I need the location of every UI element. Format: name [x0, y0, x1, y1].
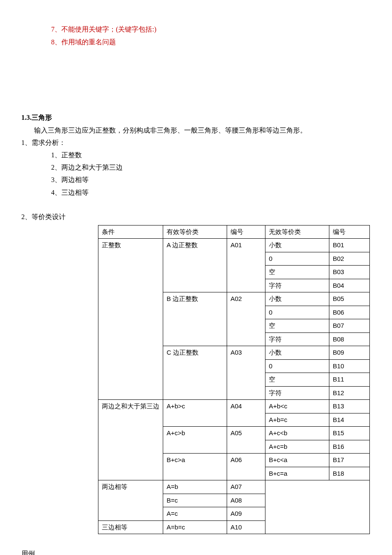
th: 编号 [329, 225, 370, 239]
req-list: 1、正整数 2、两边之和大于第三边 3、两边相等 4、三边相等 [21, 149, 371, 198]
table-row: 条件 有效等价类 编号 无效等价类 编号 [98, 225, 370, 239]
eq-title: 2、等价类设计 [21, 211, 371, 223]
th: 无效等价类 [265, 225, 329, 239]
req-item: 4、三边相等 [51, 187, 371, 198]
section-title: 1.3.三角形 [21, 112, 371, 123]
th: 有效等价类 [163, 225, 227, 239]
th: 条件 [98, 225, 163, 239]
eq-table-wrap: 条件 有效等价类 编号 无效等价类 编号 正整数 A 边正整数 A01 小数 B… [21, 225, 371, 535]
table-row: 正整数 A 边正整数 A01 小数 B01 [98, 239, 370, 252]
req-item: 3、两边相等 [51, 174, 371, 185]
th: 编号 [227, 225, 265, 239]
section-intro: 输入三角形三边应为正整数，分别构成非三角形、一般三角形、等腰三角形和等边三角形。 [21, 124, 371, 136]
req-title: 1、需求分析： [21, 137, 371, 148]
note-item-8: 8、作用域的重名问题 [51, 36, 371, 48]
req-item: 1、正整数 [51, 149, 371, 161]
req-item: 2、两边之和大于第三边 [51, 162, 371, 173]
table-row: 两边相等 A=b A07 [98, 480, 370, 494]
top-notes: 7、不能使用关键字；(关键字包括:) 8、作用域的重名问题 [21, 23, 371, 48]
eq-table: 条件 有效等价类 编号 无效等价类 编号 正整数 A 边正整数 A01 小数 B… [98, 225, 370, 535]
case-title: 用例 [21, 548, 371, 555]
table-row: 两边之和大于第三边 A+b>c A04 A+b<c B13 [98, 400, 370, 413]
note-item-7: 7、不能使用关键字；(关键字包括:) [51, 23, 371, 35]
